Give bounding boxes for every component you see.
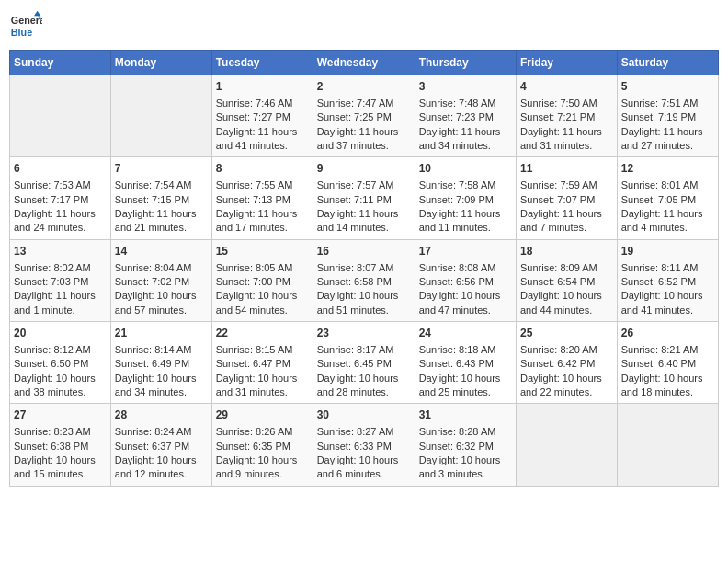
- day-number: 5: [621, 79, 714, 95]
- day-number: 23: [317, 326, 411, 341]
- sunset-text: Sunset: 7:11 PM: [317, 193, 411, 207]
- sunrise-text: Sunrise: 8:02 AM: [14, 261, 107, 275]
- daylight-text: Daylight: 11 hours and 4 minutes.: [621, 207, 714, 236]
- calendar-cell: 1Sunrise: 7:46 AMSunset: 7:27 PMDaylight…: [211, 75, 313, 157]
- sunrise-text: Sunrise: 8:26 AM: [216, 425, 309, 439]
- sunrise-text: Sunrise: 8:09 AM: [520, 261, 613, 275]
- calendar-week-row: 20Sunrise: 8:12 AMSunset: 6:50 PMDayligh…: [10, 322, 719, 404]
- sunrise-text: Sunrise: 7:54 AM: [115, 178, 208, 192]
- calendar-cell: 3Sunrise: 7:48 AMSunset: 7:23 PMDaylight…: [415, 75, 516, 157]
- sunset-text: Sunset: 7:00 PM: [216, 275, 309, 289]
- daylight-text: Daylight: 10 hours and 47 minutes.: [419, 289, 512, 317]
- calendar-cell: 27Sunrise: 8:23 AMSunset: 6:38 PMDayligh…: [10, 404, 111, 486]
- daylight-text: Daylight: 10 hours and 12 minutes.: [115, 454, 208, 482]
- day-number: 18: [520, 244, 613, 259]
- sunrise-text: Sunrise: 7:51 AM: [621, 97, 714, 110]
- sunrise-text: Sunrise: 8:05 AM: [216, 261, 309, 275]
- calendar-cell: 8Sunrise: 7:55 AMSunset: 7:13 PMDaylight…: [211, 157, 313, 239]
- sunset-text: Sunset: 6:56 PM: [419, 275, 512, 289]
- sunset-text: Sunset: 7:02 PM: [115, 275, 208, 289]
- sunset-text: Sunset: 6:43 PM: [419, 357, 512, 371]
- calendar-cell: 2Sunrise: 7:47 AMSunset: 7:25 PMDaylight…: [313, 75, 415, 157]
- svg-marker-2: [34, 11, 40, 16]
- day-number: 14: [115, 244, 208, 259]
- sunrise-text: Sunrise: 7:59 AM: [520, 178, 613, 192]
- sunrise-text: Sunrise: 7:57 AM: [317, 178, 411, 192]
- sunset-text: Sunset: 6:58 PM: [317, 275, 411, 289]
- sunset-text: Sunset: 7:07 PM: [520, 193, 613, 207]
- day-number: 9: [317, 161, 411, 177]
- daylight-text: Daylight: 11 hours and 41 minutes.: [216, 125, 309, 154]
- sunrise-text: Sunrise: 8:24 AM: [115, 425, 208, 439]
- daylight-text: Daylight: 10 hours and 18 minutes.: [621, 372, 714, 400]
- calendar-cell: 5Sunrise: 7:51 AMSunset: 7:19 PMDaylight…: [617, 75, 718, 157]
- daylight-text: Daylight: 11 hours and 1 minute.: [14, 289, 107, 317]
- sunset-text: Sunset: 6:40 PM: [621, 357, 714, 371]
- day-of-week-header: Wednesday: [313, 51, 415, 75]
- daylight-text: Daylight: 10 hours and 57 minutes.: [115, 289, 208, 317]
- calendar-cell: [10, 75, 111, 157]
- calendar-table: SundayMondayTuesdayWednesdayThursdayFrid…: [9, 50, 719, 487]
- day-number: 30: [317, 408, 411, 423]
- svg-text:Blue: Blue: [11, 27, 32, 38]
- calendar-week-row: 6Sunrise: 7:53 AMSunset: 7:17 PMDaylight…: [10, 157, 719, 239]
- daylight-text: Daylight: 11 hours and 21 minutes.: [115, 207, 208, 236]
- calendar-cell: 10Sunrise: 7:58 AMSunset: 7:09 PMDayligh…: [415, 157, 516, 239]
- day-number: 11: [520, 161, 613, 177]
- sunrise-text: Sunrise: 7:47 AM: [317, 97, 411, 110]
- daylight-text: Daylight: 11 hours and 11 minutes.: [419, 207, 512, 236]
- sunrise-text: Sunrise: 8:28 AM: [419, 425, 512, 439]
- calendar-cell: 29Sunrise: 8:26 AMSunset: 6:35 PMDayligh…: [211, 404, 313, 486]
- daylight-text: Daylight: 10 hours and 38 minutes.: [14, 372, 107, 400]
- day-number: 7: [115, 161, 208, 177]
- calendar-cell: 21Sunrise: 8:14 AMSunset: 6:49 PMDayligh…: [110, 322, 211, 404]
- calendar-cell: 24Sunrise: 8:18 AMSunset: 6:43 PMDayligh…: [415, 322, 516, 404]
- day-number: 26: [621, 326, 714, 341]
- daylight-text: Daylight: 10 hours and 6 minutes.: [317, 454, 411, 482]
- day-number: 24: [419, 326, 512, 341]
- sunset-text: Sunset: 6:54 PM: [520, 275, 613, 289]
- daylight-text: Daylight: 10 hours and 3 minutes.: [419, 454, 512, 482]
- calendar-week-row: 13Sunrise: 8:02 AMSunset: 7:03 PMDayligh…: [10, 239, 719, 321]
- sunset-text: Sunset: 7:23 PM: [419, 110, 512, 124]
- daylight-text: Daylight: 10 hours and 51 minutes.: [317, 289, 411, 317]
- calendar-cell: 19Sunrise: 8:11 AMSunset: 6:52 PMDayligh…: [617, 239, 718, 321]
- daylight-text: Daylight: 10 hours and 28 minutes.: [317, 372, 411, 400]
- sunset-text: Sunset: 6:42 PM: [520, 357, 613, 371]
- day-number: 31: [419, 408, 512, 423]
- sunrise-text: Sunrise: 7:48 AM: [419, 97, 512, 110]
- calendar-cell: 15Sunrise: 8:05 AMSunset: 7:00 PMDayligh…: [211, 239, 313, 321]
- sunrise-text: Sunrise: 8:04 AM: [115, 261, 208, 275]
- svg-text:General: General: [11, 15, 42, 26]
- day-of-week-header: Tuesday: [211, 51, 313, 75]
- day-number: 6: [14, 161, 107, 177]
- sunrise-text: Sunrise: 8:08 AM: [419, 261, 512, 275]
- calendar-cell: 9Sunrise: 7:57 AMSunset: 7:11 PMDaylight…: [313, 157, 415, 239]
- day-number: 8: [216, 161, 309, 177]
- calendar-cell: 23Sunrise: 8:17 AMSunset: 6:45 PMDayligh…: [313, 322, 415, 404]
- calendar-week-row: 1Sunrise: 7:46 AMSunset: 7:27 PMDaylight…: [10, 75, 719, 157]
- day-number: 21: [115, 326, 208, 341]
- daylight-text: Daylight: 10 hours and 9 minutes.: [216, 454, 309, 482]
- sunrise-text: Sunrise: 8:15 AM: [216, 343, 309, 357]
- sunset-text: Sunset: 6:50 PM: [14, 357, 107, 371]
- daylight-text: Daylight: 11 hours and 31 minutes.: [520, 125, 613, 154]
- sunset-text: Sunset: 7:21 PM: [520, 110, 613, 124]
- day-number: 4: [520, 79, 613, 95]
- sunset-text: Sunset: 6:45 PM: [317, 357, 411, 371]
- sunrise-text: Sunrise: 7:55 AM: [216, 178, 309, 192]
- calendar-week-row: 27Sunrise: 8:23 AMSunset: 6:38 PMDayligh…: [10, 404, 719, 486]
- day-number: 29: [216, 408, 309, 423]
- daylight-text: Daylight: 10 hours and 22 minutes.: [520, 372, 613, 400]
- sunset-text: Sunset: 7:09 PM: [419, 193, 512, 207]
- sunrise-text: Sunrise: 8:07 AM: [317, 261, 411, 275]
- daylight-text: Daylight: 11 hours and 17 minutes.: [216, 207, 309, 236]
- daylight-text: Daylight: 10 hours and 41 minutes.: [621, 289, 714, 317]
- logo: General Blue: [9, 9, 46, 42]
- calendar-cell: [110, 75, 211, 157]
- sunset-text: Sunset: 6:35 PM: [216, 440, 309, 454]
- sunrise-text: Sunrise: 8:23 AM: [14, 425, 107, 439]
- calendar-cell: 31Sunrise: 8:28 AMSunset: 6:32 PMDayligh…: [415, 404, 516, 486]
- day-number: 17: [419, 244, 512, 259]
- sunrise-text: Sunrise: 8:17 AM: [317, 343, 411, 357]
